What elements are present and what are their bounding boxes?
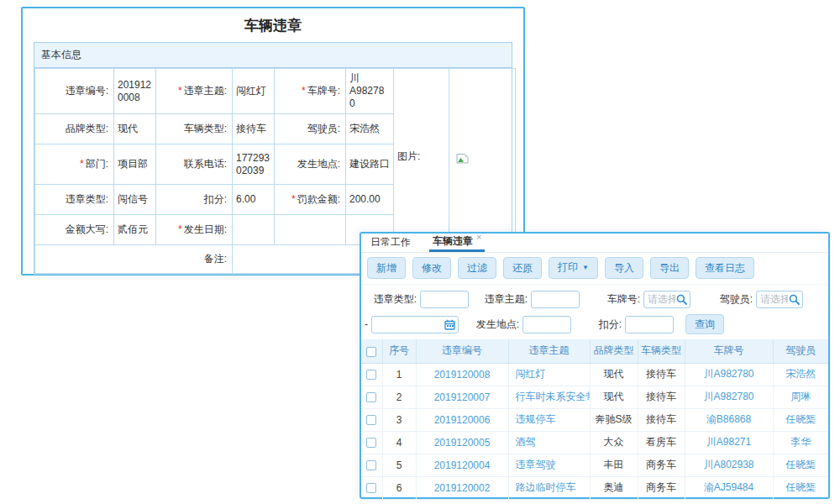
calendar-icon[interactable] — [444, 319, 455, 330]
filter-input[interactable] — [625, 316, 674, 333]
cell-vehicle-type: 接待车 — [638, 408, 685, 431]
filter-row-2: -发生地点:扣分:查询 — [363, 312, 827, 337]
grid-body: 12019120008闯红灯现代接待车川A982780宋浩然2201912000… — [361, 363, 828, 499]
field-label: 金额大写: — [35, 215, 114, 245]
cell-plate-number[interactable]: 川A802938 — [685, 454, 773, 476]
column-header[interactable]: 驾驶员 — [773, 339, 828, 363]
column-header[interactable]: 品牌类型 — [590, 339, 638, 363]
dropdown-caret-icon: ▼ — [582, 264, 589, 271]
row-checkbox[interactable] — [366, 460, 376, 470]
cell-brand-type: 现代 — [590, 386, 638, 408]
filter-label: 违章类型: — [370, 292, 417, 307]
cell-violation-code[interactable]: 2019120006 — [416, 408, 508, 431]
cell-row-number: 6 — [382, 476, 416, 499]
toolbar-button-label: 查看日志 — [705, 262, 745, 274]
violations-grid: 序号违章编号违章主题品牌类型车辆类型车牌号驾驶员 12019120008闯红灯现… — [361, 339, 828, 500]
cell-violation-code[interactable]: 2019120007 — [416, 386, 508, 408]
filter-area: 违章类型:违章主题:车牌号:驾驶员: -发生地点:扣分:查询 — [361, 285, 828, 339]
table-row: 22019120007行车时未系安全带现代接待车川A982780周琳 — [361, 386, 828, 408]
cell-driver[interactable]: 任晓榘 — [773, 408, 828, 431]
table-row: 52019120004违章驾驶丰田商务车川A802938任晓榘 — [361, 454, 828, 476]
cell-row-number: 1 — [382, 363, 416, 386]
filter-field: 驾驶员: — [716, 291, 803, 308]
section-header: 基本信息 — [34, 43, 512, 68]
filter-input[interactable] — [420, 291, 469, 308]
cell-plate-number[interactable]: 川A98271 — [685, 431, 773, 454]
toolbar-button[interactable]: 新增 — [367, 257, 406, 279]
cell-violation-subject[interactable]: 违章驾驶 — [508, 454, 590, 476]
cell-plate-number[interactable]: 川A982780 — [685, 386, 773, 408]
cell-driver[interactable]: 宋浩然 — [773, 363, 828, 386]
toolbar-button-label: 导出 — [659, 262, 680, 274]
select-all-cell — [361, 339, 382, 363]
field-label: 发生地点: — [275, 144, 346, 185]
select-all-checkbox[interactable] — [366, 347, 376, 357]
row-checkbox[interactable] — [366, 370, 376, 380]
row-checkbox[interactable] — [366, 438, 376, 448]
cell-plate-number[interactable]: 渝B86868 — [685, 408, 773, 431]
toolbar-button[interactable]: 查看日志 — [696, 257, 754, 279]
row-checkbox-cell — [361, 454, 382, 476]
field-value: 项目部 — [114, 144, 156, 185]
field-value: 接待车 — [233, 114, 275, 144]
cell-violation-subject[interactable]: 酒驾 — [508, 431, 590, 454]
toolbar-button-label: 修改 — [422, 262, 442, 274]
toolbar-button-label: 打印 — [558, 261, 578, 273]
tab-label: 车辆违章 — [433, 235, 473, 247]
search-icon[interactable] — [789, 294, 800, 305]
toolbar-button[interactable]: 还原 — [503, 257, 542, 279]
toolbar-button[interactable]: 过滤 — [458, 257, 496, 279]
cell-violation-code[interactable]: 2019120008 — [416, 363, 508, 386]
field-label: 联系电话: — [156, 144, 233, 185]
tab-item[interactable]: 日常工作 — [367, 232, 414, 252]
filter-field: 车牌号: — [603, 291, 690, 308]
required-asterisk: * — [291, 193, 296, 205]
picture-cell — [449, 69, 516, 245]
field-value: 闯信号 — [114, 185, 156, 215]
filter-field: 违章类型: — [370, 291, 469, 308]
column-header[interactable]: 车牌号 — [685, 339, 773, 363]
row-checkbox[interactable] — [366, 483, 376, 493]
field-label: *车牌号: — [275, 69, 346, 114]
row-checkbox[interactable] — [366, 392, 376, 402]
cell-violation-subject[interactable]: 路边临时停车 — [508, 476, 590, 499]
cell-driver[interactable]: 周琳 — [773, 386, 828, 408]
cell-brand-type: 大众 — [590, 431, 638, 454]
column-header[interactable]: 违章主题 — [508, 339, 590, 363]
cell-violation-subject[interactable]: 闯红灯 — [508, 363, 590, 386]
cell-violation-subject[interactable]: 行车时未系安全带 — [508, 386, 590, 408]
column-header[interactable]: 序号 — [382, 339, 416, 363]
cell-violation-subject[interactable]: 违规停车 — [508, 408, 590, 431]
field-label — [275, 215, 346, 245]
cell-plate-number[interactable]: 渝AJ59484 — [685, 476, 773, 499]
toolbar-button[interactable]: 导入 — [605, 257, 643, 279]
cell-driver[interactable]: 任晓榘 — [773, 476, 828, 499]
table-row: 32019120006违规停车奔驰S级接待车渝B86868任晓榘 — [361, 408, 828, 431]
cell-row-number: 4 — [382, 431, 416, 454]
cell-violation-code[interactable]: 2019120004 — [416, 454, 508, 476]
filter-input[interactable] — [531, 291, 580, 308]
date-to-input-wrap — [371, 316, 459, 333]
row-checkbox[interactable] — [366, 415, 376, 425]
toolbar-button[interactable]: 打印▼ — [549, 257, 598, 279]
cell-driver[interactable]: 李华 — [773, 431, 828, 454]
field-label: 违章编号: — [35, 69, 114, 114]
filter-label: 违章主题: — [480, 292, 528, 307]
tab-item[interactable]: 车辆违章× — [429, 231, 485, 252]
toolbar-button[interactable]: 导出 — [650, 257, 689, 279]
search-button[interactable]: 查询 — [685, 314, 724, 334]
cell-driver[interactable]: 任晓榘 — [773, 454, 828, 476]
cell-violation-code[interactable]: 2019120005 — [416, 431, 508, 454]
field-label: *发生日期: — [156, 215, 233, 245]
cell-violation-code[interactable]: 2019120002 — [416, 476, 508, 499]
field-value: 建设路口 — [346, 144, 394, 185]
cell-plate-number[interactable]: 川A982780 — [685, 363, 773, 386]
search-icon[interactable] — [676, 294, 687, 305]
field-label: 品牌类型: — [35, 114, 114, 144]
column-header[interactable]: 违章编号 — [416, 339, 508, 363]
tab-close-icon[interactable]: × — [476, 232, 481, 242]
filter-input[interactable] — [522, 316, 571, 333]
column-header[interactable]: 车辆类型 — [638, 339, 685, 363]
date-range-separator: - — [365, 318, 371, 330]
toolbar-button[interactable]: 修改 — [412, 257, 451, 279]
